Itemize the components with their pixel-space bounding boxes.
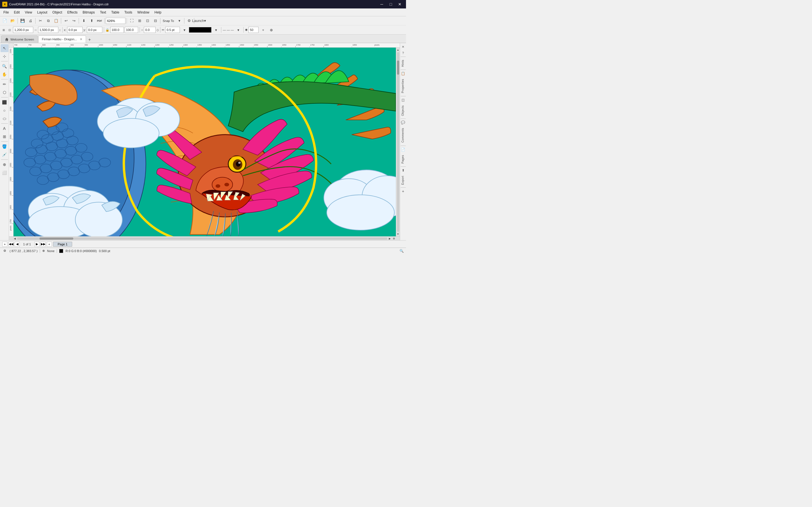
undo-button[interactable]: ↩	[62, 17, 70, 24]
add-page-end-btn[interactable]: +	[47, 242, 52, 247]
menu-view[interactable]: View	[22, 10, 35, 15]
scroll-h-track[interactable]	[17, 237, 388, 240]
add-page-btn[interactable]: +	[2, 242, 7, 247]
menu-file[interactable]: File	[1, 10, 11, 15]
objects-icon[interactable]: ◫	[401, 98, 406, 103]
comments-icon[interactable]: 💬	[401, 120, 406, 125]
export-panel-tab[interactable]: Export	[401, 174, 405, 186]
menu-window[interactable]: Window	[135, 10, 152, 15]
scroll-v-track[interactable]	[397, 52, 399, 232]
table-tool[interactable]: ⊞	[1, 133, 8, 140]
menu-object[interactable]: Object	[50, 10, 64, 15]
tab-close-icon[interactable]: ✕	[80, 38, 82, 41]
freehand-tool[interactable]: ✏	[1, 80, 8, 88]
maximize-button[interactable]: □	[387, 0, 395, 8]
pages-panel-tab[interactable]: Pages	[401, 153, 405, 165]
corners-more-btn[interactable]: ⊕	[267, 26, 275, 34]
hints-expand-btn[interactable]: ?	[401, 50, 406, 55]
save-button[interactable]: 💾	[19, 17, 26, 24]
pick-transform-btn[interactable]: ⊞	[1, 27, 6, 33]
options-btn[interactable]: ⚙	[186, 17, 193, 24]
select-tool[interactable]: ↖	[1, 44, 8, 52]
polygon-tool[interactable]: ⬭	[1, 115, 8, 122]
interactive-tool[interactable]: ⊕	[1, 161, 8, 168]
stroke-input[interactable]	[165, 27, 180, 33]
stroke-style-dropdown[interactable]: ▾	[212, 26, 220, 34]
stroke-dropdown[interactable]: ▾	[181, 26, 188, 34]
minimize-button[interactable]: ─	[378, 0, 386, 8]
view-ruler-btn[interactable]: ⊡	[144, 17, 151, 24]
scale-w-input[interactable]	[110, 27, 124, 33]
rectangle-tool[interactable]: ⬛	[1, 98, 8, 106]
first-page-btn[interactable]: ◀◀	[8, 242, 13, 247]
x-pos-input[interactable]	[67, 27, 83, 33]
new-button[interactable]: 📄	[1, 17, 8, 24]
comments-panel-tab[interactable]: Comments	[401, 126, 405, 144]
menu-tools[interactable]: Tools	[122, 10, 135, 15]
scale-h-input[interactable]	[124, 27, 138, 33]
scroll-h-thumb[interactable]	[40, 237, 73, 240]
corners-add-btn[interactable]: +	[259, 26, 267, 34]
view-grid-btn[interactable]: ⊞	[136, 17, 143, 24]
print-button[interactable]: 🖨	[27, 17, 34, 24]
position-btn[interactable]: ⊡	[7, 27, 12, 33]
y-pos-input[interactable]	[87, 27, 102, 33]
text-tool[interactable]: A	[1, 124, 8, 132]
corners-input[interactable]	[248, 27, 259, 33]
obj-width-input[interactable]	[13, 27, 33, 33]
cut-button[interactable]: ✂	[37, 17, 44, 24]
add-panel-btn[interactable]: +	[401, 189, 406, 194]
snap-dropdown-btn[interactable]: ▾	[175, 17, 183, 24]
smart-fill-tool[interactable]: ⬡	[1, 89, 8, 96]
ellipse-tool[interactable]: ○	[1, 107, 8, 114]
menu-edit[interactable]: Edit	[11, 10, 22, 15]
shadow-tool[interactable]: ⬜	[1, 169, 8, 177]
menu-text[interactable]: Text	[98, 10, 108, 15]
objects-panel-tab[interactable]: Objects	[401, 104, 405, 117]
properties-icon[interactable]: 📋	[401, 71, 406, 76]
zoom-input[interactable]: 626%	[106, 18, 125, 24]
tab-welcome[interactable]: Welcome Screen	[1, 36, 38, 43]
paste-button[interactable]: 📋	[52, 17, 60, 24]
view-guides-btn[interactable]: ⊟	[152, 17, 159, 24]
scroll-v-thumb[interactable]	[397, 61, 399, 75]
prev-page-btn[interactable]: ◀	[15, 242, 20, 247]
menu-bitmaps[interactable]: Bitmaps	[80, 10, 97, 15]
add-tab-button[interactable]: +	[87, 37, 93, 43]
properties-panel-tab[interactable]: Properties	[401, 77, 405, 95]
drawing-canvas[interactable]	[13, 48, 396, 236]
line-dropdown[interactable]: ▾	[235, 26, 242, 34]
obj-height-input[interactable]	[38, 27, 58, 33]
angle-input[interactable]	[144, 27, 156, 33]
export-icon[interactable]: ⬆	[401, 168, 406, 173]
scroll-v-down[interactable]: ▼	[396, 232, 400, 236]
scroll-h-left[interactable]: ◀	[13, 237, 16, 240]
close-button[interactable]: ✕	[396, 0, 404, 8]
zoom-tool[interactable]: 🔍	[1, 62, 8, 70]
eyedropper-tool[interactable]: 💉	[1, 151, 8, 159]
launch-label[interactable]: Launch ▾	[195, 17, 203, 24]
tab-dragon[interactable]: Firman Hatibu - Dragon... ✕	[38, 36, 86, 43]
scroll-h-right[interactable]: ▶	[388, 237, 391, 240]
fill-tool[interactable]: 🪣	[1, 143, 8, 151]
menu-help[interactable]: Help	[152, 10, 164, 15]
pages-icon[interactable]: 📄	[401, 147, 406, 152]
last-page-btn[interactable]: ▶▶	[41, 242, 46, 247]
full-screen-btn[interactable]: ⛶	[128, 17, 135, 24]
menu-layout[interactable]: Layout	[35, 10, 50, 15]
scroll-v-up[interactable]: ▲	[396, 48, 400, 52]
menu-effects[interactable]: Effects	[65, 10, 80, 15]
hints-panel-tab[interactable]: Hints	[401, 58, 405, 68]
export-button[interactable]: ⬆	[88, 17, 95, 24]
horizontal-scrollbar[interactable]: ◀ ▶ ⊕	[9, 236, 400, 240]
close-panel-btn[interactable]: ✕	[401, 44, 406, 49]
next-page-btn[interactable]: ▶	[35, 242, 40, 247]
settings-icon[interactable]: ⚙	[2, 248, 7, 253]
import-button[interactable]: ⬇	[80, 17, 87, 24]
vertical-scrollbar[interactable]: ▲ ▼	[396, 48, 400, 236]
page-name[interactable]: Page 1	[53, 242, 72, 247]
redo-button[interactable]: ↪	[70, 17, 78, 24]
zoom-fit-btn[interactable]: ⊕	[392, 237, 396, 240]
open-button[interactable]: 📂	[9, 17, 16, 24]
copy-button[interactable]: ⧉	[45, 17, 52, 24]
